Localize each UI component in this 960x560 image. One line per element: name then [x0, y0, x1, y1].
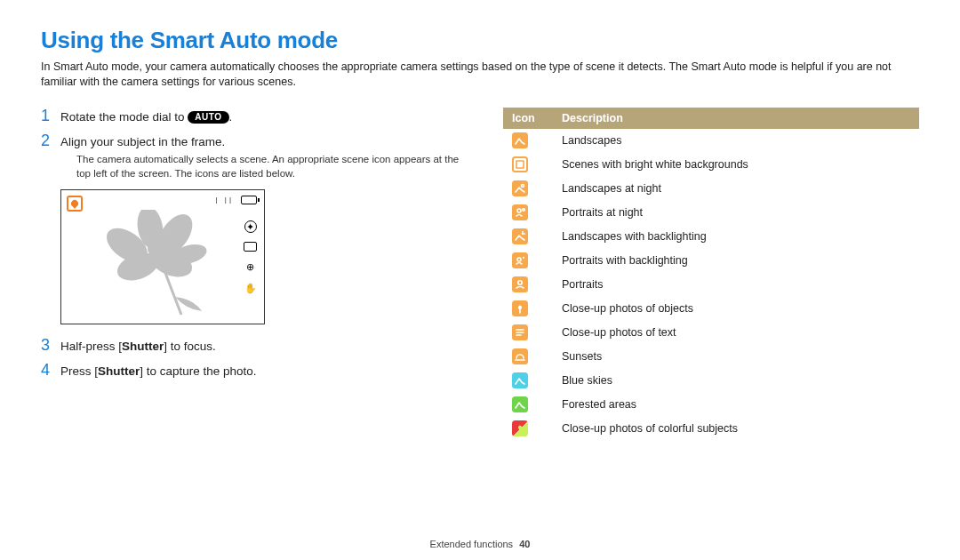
scene-type-icon	[512, 420, 528, 436]
table-row: Close-up photos of colorful subjects	[503, 417, 919, 441]
page-footer: Extended functions 40	[0, 539, 960, 549]
intro-paragraph: In Smart Auto mode, your camera automati…	[41, 60, 919, 90]
step-post: .	[229, 110, 233, 124]
step-3: 3 Half-press [Shutter] to focus.	[41, 337, 468, 355]
table-row: Portraits with backlighting	[503, 249, 919, 273]
table-row: Portraits	[503, 273, 919, 297]
scene-type-icon	[512, 204, 528, 220]
step-pre: Rotate the mode dial to	[60, 110, 188, 124]
step-1: 1 Rotate the mode dial to AUTO.	[41, 108, 468, 125]
icon-cell	[503, 393, 553, 417]
side-status-icons: ✦ ⊕ ✋	[244, 220, 257, 294]
desc-cell: Close-up photos of colorful subjects	[553, 417, 919, 441]
scene-type-icon	[512, 324, 528, 340]
scene-icon-table: Icon Description LandscapesScenes with b…	[503, 108, 919, 441]
svg-point-14	[517, 258, 521, 261]
size-icon	[244, 242, 257, 252]
step-pre: Half-press [	[60, 340, 122, 353]
camera-preview-illustration: | || ✦ ⊕ ✋	[60, 189, 265, 324]
table-row: Landscapes	[503, 129, 919, 153]
table-row: Blue skies	[503, 369, 919, 393]
step-bold: Shutter	[122, 340, 164, 353]
top-marks: | ||	[216, 196, 234, 204]
step-text: Rotate the mode dial to AUTO.	[60, 110, 232, 124]
footer-section: Extended functions	[430, 539, 514, 549]
step-bold: Shutter	[98, 364, 140, 378]
table-row: Landscapes with backlighting	[503, 225, 919, 249]
desc-cell: Landscapes at night	[553, 177, 919, 201]
svg-point-9	[517, 209, 521, 212]
scene-type-icon	[512, 156, 528, 172]
svg-point-8	[522, 185, 524, 188]
scene-type-icon	[512, 276, 528, 292]
stabilizer-icon: ✋	[244, 282, 257, 294]
table-row: Forested areas	[503, 393, 919, 417]
icon-cell	[503, 225, 553, 249]
desc-cell: Landscapes with backlighting	[553, 225, 919, 249]
flash-icon: ✦	[244, 220, 257, 233]
table-row: Close-up photos of objects	[503, 297, 919, 321]
scene-type-icon	[512, 348, 528, 364]
svg-point-11	[522, 233, 524, 236]
scene-type-icon	[512, 228, 528, 244]
scene-icon	[67, 196, 83, 212]
svg-rect-7	[516, 161, 524, 168]
step-number: 3	[41, 337, 60, 355]
step-4: 4 Press [Shutter] to capture the photo.	[41, 362, 468, 380]
table-header-desc: Description	[553, 108, 919, 129]
table-row: Landscapes at night	[503, 177, 919, 201]
page-title: Using the Smart Auto mode	[41, 27, 919, 54]
scene-type-icon	[512, 252, 528, 268]
table-row: Close-up photos of text	[503, 321, 919, 345]
step-pre: Press [	[60, 364, 98, 378]
scene-type-icon	[512, 132, 528, 148]
scene-type-icon	[512, 396, 528, 412]
desc-cell: Forested areas	[553, 393, 919, 417]
table-row: Portraits at night	[503, 201, 919, 225]
table-header-icon: Icon	[503, 108, 553, 129]
icon-cell	[503, 321, 553, 345]
step-post: ] to capture the photo.	[140, 364, 256, 378]
icon-cell	[503, 153, 553, 177]
scene-type-icon	[512, 180, 528, 196]
icon-cell	[503, 177, 553, 201]
step-2: 2 Align your subject in the frame. The c…	[41, 132, 468, 181]
scene-type-icon	[512, 300, 528, 316]
auto-pill-icon: AUTO	[188, 111, 228, 124]
step-text: Half-press [Shutter] to focus.	[60, 340, 216, 353]
desc-cell: Scenes with bright white backgrounds	[553, 153, 919, 177]
desc-cell: Close-up photos of text	[553, 321, 919, 345]
svg-point-16	[518, 281, 522, 284]
scene-type-icon	[512, 372, 528, 388]
step-number: 2	[41, 132, 60, 150]
battery-icon	[241, 196, 257, 204]
flower-graphic	[97, 210, 230, 316]
icon-cell	[503, 417, 553, 441]
step-number: 1	[41, 108, 60, 125]
svg-point-6	[148, 241, 164, 257]
desc-cell: Portraits with backlighting	[553, 249, 919, 273]
desc-cell: Portraits	[553, 273, 919, 297]
desc-cell: Portraits at night	[553, 201, 919, 225]
table-row: Scenes with bright white backgrounds	[503, 153, 919, 177]
zoom-icon: ⊕	[244, 260, 257, 273]
step-text: Press [Shutter] to capture the photo.	[60, 364, 257, 378]
left-column: 1 Rotate the mode dial to AUTO. 2 Align …	[41, 108, 468, 441]
icon-cell	[503, 273, 553, 297]
desc-cell: Close-up photos of objects	[553, 297, 919, 321]
desc-cell: Sunsets	[553, 345, 919, 369]
right-column: Icon Description LandscapesScenes with b…	[503, 108, 919, 441]
step-post: ] to focus.	[164, 340, 216, 353]
icon-cell	[503, 345, 553, 369]
desc-cell: Landscapes	[553, 129, 919, 153]
svg-point-15	[523, 257, 524, 259]
footer-page-number: 40	[519, 539, 530, 549]
table-row: Sunsets	[503, 345, 919, 369]
step-text: Align your subject in the frame.	[60, 134, 468, 150]
step-note: The camera automatically selects a scene…	[76, 153, 468, 180]
icon-cell	[503, 249, 553, 273]
icon-cell	[503, 201, 553, 225]
icon-cell	[503, 369, 553, 393]
icon-cell	[503, 129, 553, 153]
svg-point-10	[523, 209, 525, 212]
